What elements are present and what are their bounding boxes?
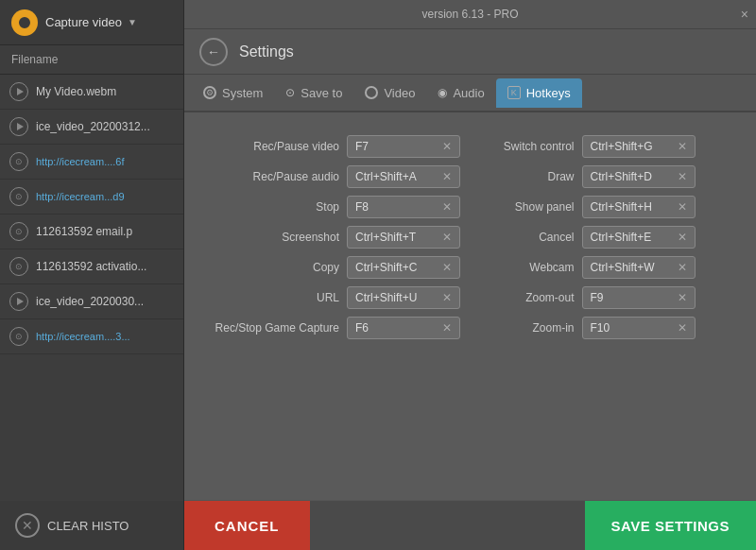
list-item[interactable]: ⊙ 112613592 activatio... xyxy=(0,249,183,284)
list-item[interactable]: ice_video_2020030... xyxy=(0,284,183,319)
item-filename: http://icecream....6f xyxy=(36,156,125,167)
clear-hotkey-icon[interactable]: ✕ xyxy=(678,231,687,244)
list-item[interactable]: ice_video_20200312... xyxy=(0,110,183,145)
hotkey-input-copy[interactable]: Ctrl+Shift+C ✕ xyxy=(347,256,460,279)
close-button[interactable]: × xyxy=(741,8,748,21)
hotkey-input-zoom-out[interactable]: F9 ✕ xyxy=(582,286,696,309)
hotkey-input-rec-stop-game[interactable]: F6 ✕ xyxy=(347,317,460,339)
hotkey-input-stop[interactable]: F8 ✕ xyxy=(347,196,460,218)
tab-audio[interactable]: ◉ Audio xyxy=(426,78,495,108)
hotkey-row-webcam: Webcam Ctrl+Shift+W ✕ xyxy=(471,252,734,283)
hotkey-row-stop: Stop F8 ✕ xyxy=(207,192,471,222)
hotkey-row-rec-pause-video: Rec/Pause video F7 ✕ xyxy=(207,131,471,162)
hotkey-label: Zoom-in xyxy=(471,321,575,335)
hotkey-label: Copy xyxy=(207,261,339,274)
hotkey-value: Ctrl+Shift+T xyxy=(355,231,416,244)
clear-hotkey-icon[interactable]: ✕ xyxy=(442,140,452,153)
tab-video[interactable]: Video xyxy=(353,78,426,108)
radio-icon xyxy=(365,86,378,99)
hotkey-input-switch-control[interactable]: Ctrl+Shift+G ✕ xyxy=(582,135,696,158)
clear-hotkey-icon[interactable]: ✕ xyxy=(678,140,687,153)
save-settings-label: SAVE SETTINGS xyxy=(611,518,730,534)
folder-icon: ⊙ xyxy=(285,86,295,99)
clear-history-button[interactable]: ✕ CLEAR HISTO xyxy=(0,501,184,550)
clear-hotkey-icon[interactable]: ✕ xyxy=(442,231,452,244)
back-button[interactable]: ← xyxy=(199,38,228,66)
key-icon: K xyxy=(507,86,521,99)
tab-system[interactable]: ⚙ System xyxy=(192,78,274,108)
play-icon xyxy=(9,292,28,311)
hotkey-value: Ctrl+Shift+U xyxy=(355,291,417,304)
hotkey-label: Draw xyxy=(471,170,575,183)
hotkey-row-zoom-in: Zoom-in F10 ✕ xyxy=(471,313,734,343)
list-item[interactable]: ⊙ http://icecream....3... xyxy=(0,319,183,354)
settings-title: Settings xyxy=(239,43,294,60)
clear-hotkey-icon[interactable]: ✕ xyxy=(678,170,687,183)
hotkey-row-copy: Copy Ctrl+Shift+C ✕ xyxy=(207,252,471,283)
capture-video-button[interactable]: Capture video ▼ xyxy=(45,15,137,29)
hotkey-input-draw[interactable]: Ctrl+Shift+D ✕ xyxy=(582,165,696,188)
play-icon xyxy=(9,117,28,136)
hotkey-value: Ctrl+Shift+D xyxy=(591,170,652,183)
hotkey-label: Show panel xyxy=(471,200,575,214)
hotkey-input-url[interactable]: Ctrl+Shift+U ✕ xyxy=(347,286,460,309)
camera-icon: ⊙ xyxy=(9,327,28,346)
clear-hotkey-icon[interactable]: ✕ xyxy=(442,200,452,214)
hotkeys-right-col: Switch control Ctrl+Shift+G ✕ Draw Ctrl+… xyxy=(471,131,734,343)
list-item[interactable]: ⊙ 112613592 email.p xyxy=(0,215,183,249)
hotkey-input-cancel[interactable]: Ctrl+Shift+E ✕ xyxy=(582,226,696,249)
hotkey-input-zoom-in[interactable]: F10 ✕ xyxy=(582,317,696,339)
item-filename: http://icecream....3... xyxy=(36,331,130,342)
cancel-label: CANCEL xyxy=(215,518,280,534)
tab-video-label: Video xyxy=(384,86,415,100)
hotkey-label: Stop xyxy=(207,200,339,214)
item-filename: ice_video_20200312... xyxy=(36,120,150,133)
list-item[interactable]: ⊙ http://icecream...d9 xyxy=(0,180,183,215)
bottom-bar: ✕ CLEAR HISTO CANCEL SAVE SETTINGS xyxy=(0,501,756,550)
tab-saveto-label: Save to xyxy=(301,86,342,100)
clear-hotkey-icon[interactable]: ✕ xyxy=(678,321,687,335)
hotkey-label: Cancel xyxy=(471,231,575,244)
hotkey-label: Zoom-out xyxy=(471,291,575,304)
list-item[interactable]: My Video.webm xyxy=(0,75,183,110)
hotkey-row-zoom-out: Zoom-out F9 ✕ xyxy=(471,283,734,313)
capture-icon-inner xyxy=(17,15,32,30)
tab-hotkeys[interactable]: K Hotkeys xyxy=(496,78,582,108)
save-settings-button[interactable]: SAVE SETTINGS xyxy=(585,501,756,550)
clear-hotkey-icon[interactable]: ✕ xyxy=(678,291,687,304)
item-filename: My Video.webm xyxy=(36,85,116,98)
cancel-button[interactable]: CANCEL xyxy=(184,501,310,550)
hotkey-input-show-panel[interactable]: Ctrl+Shift+H ✕ xyxy=(582,196,696,218)
hotkey-row-cancel: Cancel Ctrl+Shift+E ✕ xyxy=(471,222,734,252)
hotkey-row-draw: Draw Ctrl+Shift+D ✕ xyxy=(471,162,734,192)
clear-hotkey-icon[interactable]: ✕ xyxy=(442,170,452,183)
hotkey-value: F6 xyxy=(355,321,369,335)
version-label: version 6.13 - PRO xyxy=(421,8,518,21)
filename-column-header: Filename xyxy=(0,45,183,75)
hotkey-row-rec-stop-game: Rec/Stop Game Capture F6 ✕ xyxy=(207,313,471,343)
hotkey-input-rec-pause-video[interactable]: F7 ✕ xyxy=(347,135,460,158)
hotkey-row-show-panel: Show panel Ctrl+Shift+H ✕ xyxy=(471,192,734,222)
clear-hotkey-icon[interactable]: ✕ xyxy=(678,261,687,274)
hotkey-row-screenshot: Screenshot Ctrl+Shift+T ✕ xyxy=(207,222,471,252)
hotkey-row-url: URL Ctrl+Shift+U ✕ xyxy=(207,283,471,313)
camera-icon: ⊙ xyxy=(9,152,28,171)
hotkey-label: Rec/Pause audio xyxy=(207,170,339,183)
hotkey-row-rec-pause-audio: Rec/Pause audio Ctrl+Shift+A ✕ xyxy=(207,162,471,192)
app-window: Capture video ▼ Filename My Video.webm i… xyxy=(0,0,756,550)
hotkey-input-webcam[interactable]: Ctrl+Shift+W ✕ xyxy=(582,256,696,279)
hotkey-input-rec-pause-audio[interactable]: Ctrl+Shift+A ✕ xyxy=(347,165,460,188)
clear-hotkey-icon[interactable]: ✕ xyxy=(442,261,452,274)
clear-hotkey-icon[interactable]: ✕ xyxy=(442,321,452,335)
tab-saveto[interactable]: ⊙ Save to xyxy=(274,78,353,108)
hotkey-label: URL xyxy=(207,291,339,304)
hotkey-value: F9 xyxy=(591,291,604,304)
hotkey-input-screenshot[interactable]: Ctrl+Shift+T ✕ xyxy=(347,226,460,249)
hotkey-label: Switch control xyxy=(471,140,575,153)
hotkey-row-switch-control: Switch control Ctrl+Shift+G ✕ xyxy=(471,131,734,162)
list-item[interactable]: ⊙ http://icecream....6f xyxy=(0,145,183,180)
clear-hotkey-icon[interactable]: ✕ xyxy=(678,200,687,214)
version-bar: version 6.13 - PRO × xyxy=(184,0,756,29)
clear-hotkey-icon[interactable]: ✕ xyxy=(442,291,452,304)
capture-icon xyxy=(11,9,38,36)
